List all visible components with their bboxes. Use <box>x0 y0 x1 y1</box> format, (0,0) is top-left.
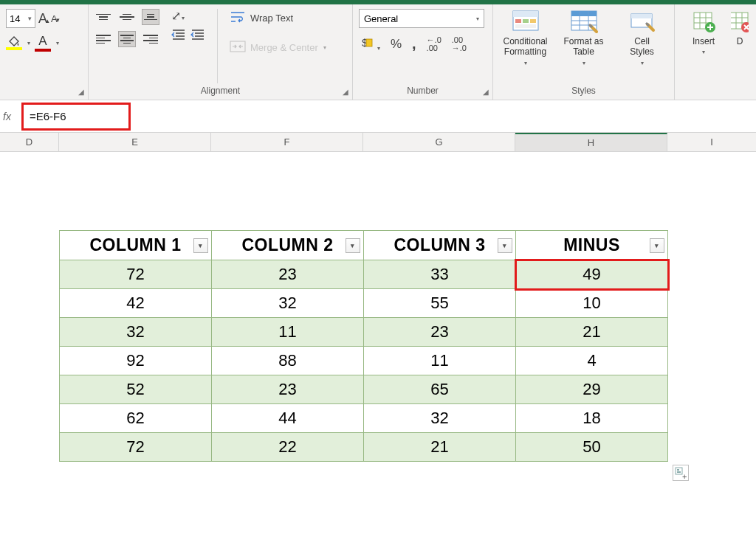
font-size-value: 14 <box>10 13 20 24</box>
align-center-button[interactable] <box>118 31 136 47</box>
chevron-down-icon: ▾ <box>476 15 479 22</box>
col-header-f[interactable]: F <box>211 133 363 151</box>
align-middle-button[interactable] <box>118 9 136 25</box>
table-header-cell[interactable]: MINUS▾ <box>516 231 668 260</box>
table-cell[interactable]: 23 <box>212 260 364 289</box>
autofill-options-button[interactable]: + <box>673 465 689 481</box>
align-bottom-button[interactable] <box>142 9 159 25</box>
table-cell[interactable]: 92 <box>60 347 212 375</box>
currency-format-button[interactable]: $ ▾ <box>359 35 380 52</box>
orientation-button[interactable]: ⤢▾ <box>171 9 205 23</box>
increase-decimal-button[interactable]: ←.0.00 <box>427 36 441 52</box>
table-header-cell[interactable]: COLUMN 3▾ <box>364 231 516 260</box>
dialog-launcher-icon[interactable]: ◢ <box>343 88 348 96</box>
svg-rect-17 <box>676 468 682 474</box>
dialog-launcher-icon[interactable]: ◢ <box>78 88 84 96</box>
font-size-select[interactable]: 14 ▾ <box>6 9 35 28</box>
table-cell[interactable]: 49 <box>516 260 668 289</box>
format-as-table-button[interactable]: Format as Table ▾ <box>557 9 610 66</box>
table-cell[interactable]: 23 <box>212 375 364 404</box>
wrap-text-label: Wrap Text <box>250 13 293 24</box>
group-label-number: Number <box>359 83 487 98</box>
chevron-down-icon: ▾ <box>641 60 644 66</box>
table-cell[interactable]: 88 <box>212 347 364 375</box>
table-cell[interactable]: 32 <box>60 318 212 347</box>
table-cell[interactable]: 55 <box>364 289 516 318</box>
formula-input-highlight: =E6-F6 <box>21 103 131 131</box>
delete-button-partial[interactable]: D <box>731 9 749 46</box>
table-row: 72222150 <box>60 433 668 462</box>
cell-styles-button[interactable]: Cell Styles ▾ <box>616 9 668 66</box>
formula-input[interactable]: =E6-F6 <box>30 110 66 122</box>
filter-dropdown-icon[interactable]: ▾ <box>346 238 360 253</box>
table-cell[interactable]: 42 <box>60 289 212 318</box>
chevron-down-icon[interactable]: ▾ <box>27 40 30 46</box>
fx-icon[interactable]: fx <box>3 111 11 122</box>
filter-dropdown-icon[interactable]: ▾ <box>193 238 208 253</box>
decrease-indent-button[interactable] <box>171 29 186 44</box>
filter-dropdown-icon[interactable]: ▾ <box>498 238 512 253</box>
svg-rect-2 <box>366 39 372 46</box>
table-cell[interactable]: 44 <box>212 404 364 433</box>
chevron-down-icon: ▾ <box>28 15 32 22</box>
align-left-button[interactable] <box>94 31 112 47</box>
chevron-down-icon[interactable]: ▾ <box>56 40 59 46</box>
formula-bar: fx =E6-F6 <box>0 100 756 133</box>
increase-font-size-button[interactable]: A▴ <box>38 11 48 27</box>
table-cell[interactable]: 72 <box>60 260 212 289</box>
table-row: 9288114 <box>60 347 668 375</box>
number-format-select[interactable]: General ▾ <box>359 9 484 28</box>
align-top-button[interactable] <box>94 9 112 25</box>
wrap-text-button[interactable]: Wrap Text <box>230 10 326 26</box>
col-header-d[interactable]: D <box>0 133 59 151</box>
decrease-decimal-button[interactable]: .00→.0 <box>452 36 467 52</box>
table-header-cell[interactable]: COLUMN 2▾ <box>212 231 364 260</box>
delete-icon <box>731 9 749 34</box>
insert-label: Insert <box>693 36 715 46</box>
table-cell[interactable]: 21 <box>364 433 516 462</box>
table-cell[interactable]: 11 <box>364 347 516 375</box>
col-header-e[interactable]: E <box>59 133 211 151</box>
table-cell[interactable]: 29 <box>516 375 668 404</box>
table-cell[interactable]: 23 <box>364 318 516 347</box>
align-right-button[interactable] <box>142 31 159 47</box>
table-cell[interactable]: 32 <box>212 289 364 318</box>
col-header-i[interactable]: I <box>667 133 756 151</box>
table-cell[interactable]: 10 <box>516 289 668 318</box>
filter-dropdown-icon[interactable]: ▾ <box>650 238 664 253</box>
merge-center-button[interactable]: Merge & Center ▾ <box>230 41 326 55</box>
fill-color-button[interactable] <box>6 35 22 50</box>
wrap-text-icon <box>230 10 246 26</box>
ribbon-group-alignment: ⤢▾ Wrap Text <box>89 4 353 100</box>
comma-format-button[interactable]: , <box>412 35 416 52</box>
table-cell[interactable]: 33 <box>364 260 516 289</box>
decrease-font-size-button[interactable]: A▾ <box>51 12 58 25</box>
table-cell[interactable]: 50 <box>516 433 668 462</box>
table-cell[interactable]: 22 <box>212 433 364 462</box>
insert-button[interactable]: Insert ▾ <box>681 9 726 55</box>
col-header-g[interactable]: G <box>363 133 515 151</box>
table-cell[interactable]: 65 <box>364 375 516 404</box>
worksheet-area[interactable]: COLUMN 1▾COLUMN 2▾COLUMN 3▾MINUS▾ 722333… <box>0 152 756 550</box>
percent-format-button[interactable]: % <box>391 37 402 52</box>
increase-indent-button[interactable] <box>190 29 205 44</box>
table-cell[interactable]: 32 <box>364 404 516 433</box>
merge-center-label: Merge & Center <box>250 42 318 53</box>
data-table: COLUMN 1▾COLUMN 2▾COLUMN 3▾MINUS▾ 722333… <box>59 230 668 462</box>
font-color-button[interactable]: A <box>35 34 51 52</box>
table-cell[interactable]: 21 <box>516 318 668 347</box>
table-cell[interactable]: 72 <box>60 433 212 462</box>
table-cell[interactable]: 62 <box>60 404 212 433</box>
cell-styles-label: Cell Styles <box>630 36 654 58</box>
table-cell[interactable]: 11 <box>212 318 364 347</box>
dialog-launcher-icon[interactable]: ◢ <box>483 88 489 96</box>
table-header-cell[interactable]: COLUMN 1▾ <box>60 231 212 260</box>
conditional-formatting-button[interactable]: Conditional Formatting ▾ <box>499 9 551 66</box>
insert-icon <box>689 9 718 34</box>
format-as-table-label: Format as Table <box>563 36 603 58</box>
table-cell[interactable]: 52 <box>60 375 212 404</box>
table-cell[interactable]: 18 <box>516 404 668 433</box>
table-cell[interactable]: 4 <box>516 347 668 375</box>
col-header-h[interactable]: H <box>515 133 667 151</box>
table-row: 32112321 <box>60 318 668 347</box>
